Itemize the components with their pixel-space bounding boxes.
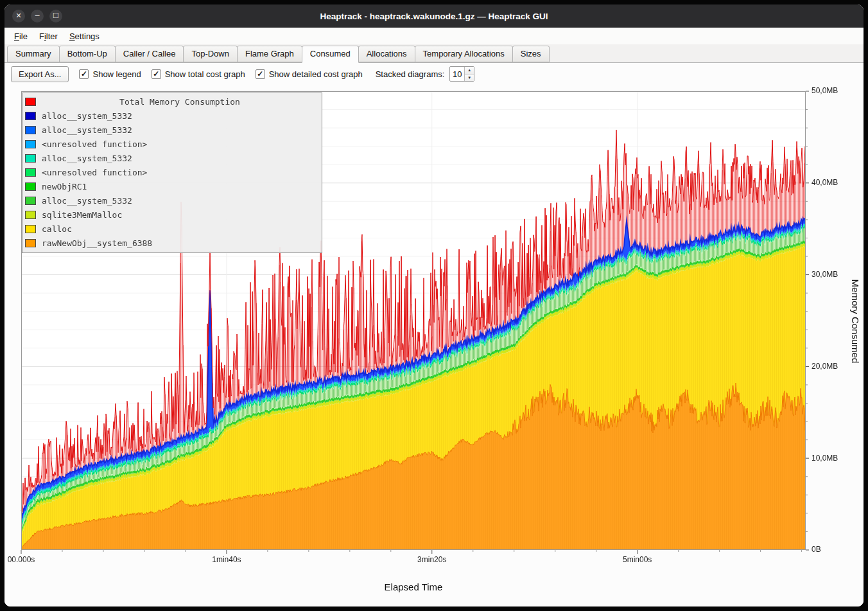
toolbar-checkboxes: ✓ Show legend ✓ Show total cost graph ✓ … bbox=[79, 69, 362, 79]
legend-item-swatch bbox=[25, 126, 36, 134]
tabbar: SummaryBottom-UpCaller / CalleeTop-DownF… bbox=[4, 44, 864, 63]
legend-item: alloc__system_5332 bbox=[25, 151, 318, 165]
checkbox-label: Show legend bbox=[92, 69, 141, 79]
checkbox-label: Show total cost graph bbox=[165, 69, 245, 79]
checkbox-box[interactable]: ✓ bbox=[256, 69, 265, 79]
legend-item-swatch bbox=[25, 140, 36, 148]
legend-item: <unresolved function> bbox=[25, 165, 318, 179]
close-icon: ✕ bbox=[15, 10, 21, 22]
menu-item[interactable]: File bbox=[8, 30, 33, 43]
tab[interactable]: Summary bbox=[7, 46, 60, 62]
legend-item-label: rawNewObj__system_6388 bbox=[42, 238, 152, 248]
legend-item-swatch bbox=[25, 168, 36, 177]
legend-item: sqlite3MemMalloc bbox=[25, 208, 318, 222]
legend-item-swatch bbox=[25, 182, 36, 191]
legend-item-label: alloc__system_5332 bbox=[42, 154, 132, 163]
window-controls: ✕ − ☐ bbox=[12, 4, 62, 28]
legend-item: <unresolved function> bbox=[25, 137, 318, 151]
menu-item[interactable]: Filter bbox=[33, 30, 64, 43]
checkbox-box[interactable]: ✓ bbox=[79, 69, 89, 79]
maximize-button[interactable]: ☐ bbox=[49, 10, 62, 22]
stacked-diagrams-label: Stacked diagrams: bbox=[376, 69, 445, 79]
tab[interactable]: Sizes bbox=[512, 46, 550, 62]
tab[interactable]: Flame Graph bbox=[237, 46, 302, 62]
legend-item: calloc bbox=[25, 222, 318, 236]
menu-item[interactable]: Settings bbox=[64, 30, 105, 43]
legend-item-swatch bbox=[25, 112, 36, 120]
spinner-value: 10 bbox=[450, 67, 464, 81]
checkbox-box[interactable]: ✓ bbox=[152, 69, 161, 79]
legend-title-row: Total Memory Consumption bbox=[25, 94, 318, 109]
export-as-button[interactable]: Export As... bbox=[11, 66, 69, 82]
check-icon: ✓ bbox=[81, 70, 87, 78]
legend-item-swatch bbox=[25, 225, 36, 233]
tab[interactable]: Temporary Allocations bbox=[415, 46, 513, 62]
legend-item-swatch bbox=[25, 211, 36, 219]
legend-item: alloc__system_5332 bbox=[25, 193, 318, 208]
legend-item-label: <unresolved function> bbox=[42, 139, 147, 149]
tab[interactable]: Caller / Callee bbox=[115, 46, 184, 62]
check-icon: ✓ bbox=[153, 70, 159, 78]
spinner-buttons: ▲ ▼ bbox=[464, 67, 474, 81]
checkbox[interactable]: ✓ Show legend bbox=[79, 69, 141, 79]
legend-item-swatch bbox=[25, 197, 36, 205]
legend-item: newObjRC1 bbox=[25, 179, 318, 193]
maximize-icon: ☐ bbox=[53, 10, 59, 22]
legend-item-label: calloc bbox=[42, 224, 72, 234]
titlebar: ✕ − ☐ Heaptrack - heaptrack.wakunode.1.g… bbox=[4, 4, 864, 28]
minimize-icon: − bbox=[34, 10, 40, 22]
toolbar: Export As... ✓ Show legend ✓ Show total … bbox=[4, 63, 864, 85]
legend-item-label: newObjRC1 bbox=[42, 182, 87, 191]
checkbox-label: Show detailed cost graph bbox=[269, 69, 363, 79]
check-icon: ✓ bbox=[257, 70, 263, 78]
stacked-diagrams-spinner[interactable]: 10 ▲ ▼ bbox=[449, 66, 474, 82]
legend-item-label: sqlite3MemMalloc bbox=[42, 210, 122, 220]
close-button[interactable]: ✕ bbox=[12, 10, 25, 22]
y-axis-title: Memory Consumed bbox=[850, 279, 861, 364]
app-window: ✕ − ☐ Heaptrack - heaptrack.wakunode.1.g… bbox=[4, 4, 864, 607]
spinner-down-button[interactable]: ▼ bbox=[465, 75, 474, 82]
legend-item-swatch bbox=[25, 239, 36, 247]
window-title: Heaptrack - heaptrack.wakunode.1.gz — He… bbox=[4, 12, 864, 21]
checkbox[interactable]: ✓ Show total cost graph bbox=[152, 69, 245, 79]
chevron-down-icon: ▼ bbox=[467, 76, 471, 80]
chevron-up-icon: ▲ bbox=[467, 68, 471, 72]
legend-item-label: alloc__system_5332 bbox=[42, 125, 132, 135]
tab[interactable]: Bottom-Up bbox=[59, 46, 116, 62]
chart-legend: Total Memory Consumption alloc__system_5… bbox=[22, 93, 322, 253]
legend-title-swatch bbox=[25, 98, 36, 106]
legend-item: alloc__system_5332 bbox=[25, 109, 318, 123]
tab[interactable]: Allocations bbox=[358, 46, 415, 62]
spinner-up-button[interactable]: ▲ bbox=[465, 67, 474, 75]
minimize-button[interactable]: − bbox=[31, 10, 44, 22]
menubar: FileFilterSettings bbox=[4, 28, 864, 44]
legend-title: Total Memory Consumption bbox=[42, 97, 318, 107]
tab[interactable]: Top-Down bbox=[183, 46, 238, 62]
legend-item-swatch bbox=[25, 154, 36, 163]
legend-item-label: <unresolved function> bbox=[42, 168, 147, 177]
legend-item-label: alloc__system_5332 bbox=[42, 111, 132, 121]
legend-item: alloc__system_5332 bbox=[25, 123, 318, 137]
tab[interactable]: Consumed bbox=[302, 46, 359, 63]
x-axis-title: Elapsed Time bbox=[21, 581, 806, 592]
legend-item-label: alloc__system_5332 bbox=[42, 196, 132, 206]
checkbox[interactable]: ✓ Show detailed cost graph bbox=[256, 69, 363, 79]
legend-item: rawNewObj__system_6388 bbox=[25, 236, 318, 250]
chart-pane: Total Memory Consumption alloc__system_5… bbox=[4, 85, 864, 607]
legend-items: alloc__system_5332 alloc__system_5332 <u… bbox=[25, 109, 318, 250]
